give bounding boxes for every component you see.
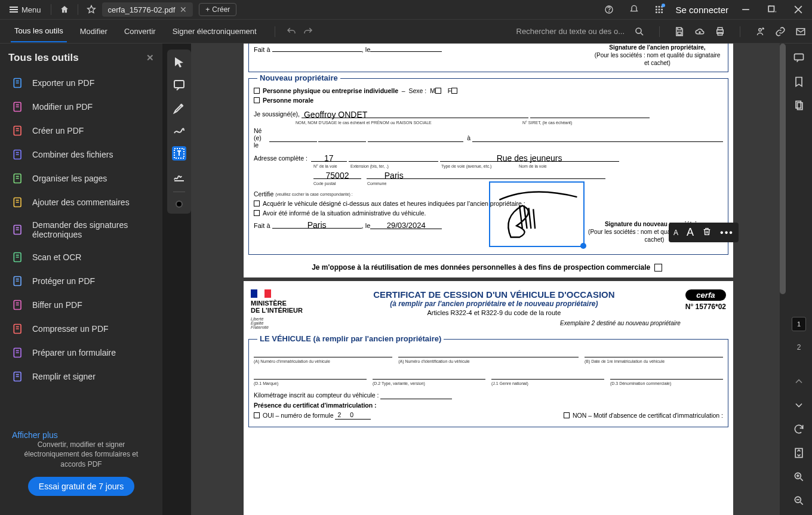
svg-rect-7 (661, 9, 663, 11)
sidebar-item[interactable]: Compresser un PDF (8, 318, 154, 340)
titlebar: Menu cerfa_15776-02.pdf✕ +Créer Se conne… (0, 0, 812, 20)
close-window-icon[interactable] (794, 5, 802, 14)
fit-page-icon[interactable] (793, 447, 805, 459)
text-large-icon[interactable]: A (687, 226, 694, 239)
trial-button[interactable]: Essai gratuit de 7 jours (28, 477, 134, 496)
text-icon[interactable] (172, 146, 186, 161)
svg-rect-2 (656, 6, 657, 8)
home-icon[interactable] (60, 5, 69, 14)
section-new-owner: Nouveau propriétaire (257, 73, 340, 82)
sidebar-item[interactable]: Exporter un PDF (8, 72, 154, 94)
zoom-out-icon[interactable] (793, 495, 805, 507)
sidebar-item[interactable]: Protéger un PDF (8, 270, 154, 292)
scroll-up-icon[interactable] (793, 375, 805, 387)
sign-icon[interactable] (172, 169, 186, 183)
text-small-icon[interactable]: A (673, 229, 678, 237)
highlight-icon[interactable] (172, 101, 186, 115)
sidebar-item[interactable]: Créer un PDF (8, 120, 154, 141)
apps-icon[interactable] (654, 5, 664, 14)
undo-icon[interactable] (286, 26, 297, 37)
document-viewport[interactable]: Fait à , le Signature de l'ancien propri… (191, 44, 786, 515)
redo-icon[interactable] (303, 26, 313, 37)
comment-icon[interactable] (172, 78, 186, 92)
signin-button[interactable]: Se connecter (676, 5, 728, 15)
cloud-icon[interactable] (694, 26, 705, 37)
sidebar-item[interactable]: Combiner des fichiers (8, 144, 154, 165)
sidebar-item[interactable]: Scan et OCR (8, 246, 154, 268)
rotate-icon[interactable] (793, 423, 805, 435)
tab-all-tools[interactable]: Tous les outils (11, 20, 67, 42)
create-button[interactable]: +Créer (199, 3, 236, 16)
document-tab[interactable]: cerfa_15776-02.pdf✕ (102, 2, 193, 17)
svg-rect-14 (718, 27, 722, 30)
svg-rect-5 (656, 9, 657, 11)
signature-toolbar: A A ••• (669, 223, 739, 242)
help-icon[interactable] (604, 5, 614, 14)
resize-handle[interactable] (580, 243, 586, 249)
search-placeholder[interactable]: Rechercher du texte ou des o... (516, 27, 625, 36)
svg-rect-31 (174, 81, 184, 88)
main-area: Tous les outils✕ Exporter un PDFModifier… (0, 44, 812, 515)
page-1-thumb[interactable]: 1 (792, 317, 806, 331)
sidebar-item[interactable]: Demander des signatures électroniques (8, 215, 154, 244)
scroll-down-icon[interactable] (793, 399, 805, 411)
pdf-page: Fait à , le Signature de l'ancien propri… (244, 44, 733, 515)
pages-panel-icon[interactable] (793, 100, 805, 112)
sidebar-item[interactable]: Remplir et signer (8, 366, 154, 387)
bookmark-panel-icon[interactable] (793, 76, 805, 88)
maximize-icon[interactable] (768, 5, 776, 14)
minimize-icon[interactable] (742, 5, 750, 14)
sidebar-item[interactable]: Organiser les pages (8, 168, 154, 189)
menu-button[interactable]: Menu (5, 3, 46, 17)
right-panel: 1 2 (786, 44, 812, 515)
svg-rect-3 (658, 6, 660, 8)
more-icon[interactable]: ••• (720, 227, 734, 238)
svg-rect-8 (656, 11, 657, 13)
page-2-link[interactable]: 2 (797, 343, 801, 351)
delete-icon[interactable] (702, 227, 712, 239)
search-icon[interactable] (634, 26, 645, 37)
sidebar-item[interactable]: Modifier un PDF (8, 96, 154, 118)
mail-icon[interactable] (795, 26, 806, 37)
svg-rect-11 (768, 6, 774, 11)
quick-tools (167, 50, 191, 214)
color-dot[interactable] (176, 201, 183, 208)
svg-point-1 (608, 11, 609, 12)
svg-rect-6 (658, 9, 660, 11)
draw-icon[interactable] (172, 124, 186, 138)
share-icon[interactable] (755, 26, 765, 37)
svg-rect-9 (658, 11, 660, 13)
sidebar-item[interactable]: Biffer un PDF (8, 294, 154, 316)
tab-convert[interactable]: Convertir (121, 21, 159, 42)
zoom-in-icon[interactable] (793, 471, 805, 483)
star-icon[interactable] (87, 5, 96, 14)
scrollbar[interactable] (780, 44, 786, 294)
sidebar-title: Tous les outils✕ (8, 52, 154, 64)
promo-text: Convertir, modifier et signer électroniq… (8, 440, 154, 470)
close-tab-icon[interactable]: ✕ (180, 5, 187, 14)
pointer-icon[interactable] (172, 55, 186, 70)
link-icon[interactable] (775, 26, 786, 37)
svg-rect-33 (795, 54, 804, 60)
signature-box[interactable] (489, 181, 585, 247)
section-vehicle: LE VÉHICULE (à remplir par l'ancien prop… (257, 334, 444, 343)
toolbar: Tous les outils Modifier Convertir Signe… (0, 20, 812, 44)
svg-point-12 (636, 28, 641, 33)
tab-modify[interactable]: Modifier (76, 21, 111, 42)
show-more-link[interactable]: Afficher plus (8, 430, 154, 440)
svg-point-16 (759, 28, 762, 31)
sidebar-close-icon[interactable]: ✕ (146, 53, 154, 63)
sidebar-item[interactable]: Préparer un formulaire (8, 342, 154, 363)
sidebar-item[interactable]: Ajouter des commentaires (8, 192, 154, 213)
comments-panel-icon[interactable] (793, 52, 805, 64)
svg-rect-10 (661, 11, 663, 13)
tab-sign[interactable]: Signer électroniquement (169, 21, 260, 42)
print-icon[interactable] (715, 26, 725, 37)
save-icon[interactable] (674, 26, 685, 37)
bell-icon[interactable] (629, 5, 639, 14)
sidebar: Tous les outils✕ Exporter un PDFModifier… (0, 44, 162, 515)
